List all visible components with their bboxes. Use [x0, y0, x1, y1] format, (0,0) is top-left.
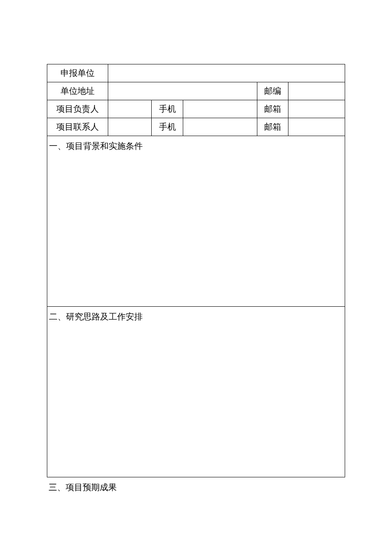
- row-project-contact: 项目联系人 手机 邮箱: [47, 118, 345, 136]
- contact-email-value[interactable]: [288, 118, 345, 136]
- row-unit-address: 单位地址 邮编: [47, 82, 345, 100]
- leader-email-value[interactable]: [288, 100, 345, 118]
- applicant-unit-label: 申报单位: [47, 64, 108, 82]
- postcode-value[interactable]: [288, 82, 345, 100]
- section-1-title: 一、项目背景和实施条件: [49, 140, 343, 152]
- section-3-title: 三、项目预期成果: [49, 482, 343, 493]
- leader-phone-label: 手机: [152, 100, 183, 118]
- unit-address-value[interactable]: [108, 82, 257, 100]
- leader-phone-value[interactable]: [183, 100, 257, 118]
- applicant-unit-value[interactable]: [108, 64, 345, 82]
- row-section-1: 一、项目背景和实施条件: [47, 136, 345, 307]
- project-contact-value[interactable]: [108, 118, 152, 136]
- row-applicant-unit: 申报单位: [47, 64, 345, 82]
- section-2-cell[interactable]: 二、研究思路及工作安排: [47, 307, 345, 477]
- row-project-leader: 项目负责人 手机 邮箱: [47, 100, 345, 118]
- project-contact-label: 项目联系人: [47, 118, 108, 136]
- section-1-cell[interactable]: 一、项目背景和实施条件: [47, 136, 345, 307]
- project-leader-label: 项目负责人: [47, 100, 108, 118]
- postcode-label: 邮编: [257, 82, 288, 100]
- row-section-2: 二、研究思路及工作安排: [47, 307, 345, 477]
- contact-phone-value[interactable]: [183, 118, 257, 136]
- application-form-table: 申报单位 单位地址 邮编 项目负责人 手机 邮箱 项目联系人 手机 邮箱 一、项…: [47, 64, 345, 477]
- section-3-container: 三、项目预期成果: [47, 477, 345, 495]
- contact-email-label: 邮箱: [257, 118, 288, 136]
- leader-email-label: 邮箱: [257, 100, 288, 118]
- unit-address-label: 单位地址: [47, 82, 108, 100]
- section-2-title: 二、研究思路及工作安排: [49, 311, 343, 323]
- contact-phone-label: 手机: [152, 118, 183, 136]
- project-leader-value[interactable]: [108, 100, 152, 118]
